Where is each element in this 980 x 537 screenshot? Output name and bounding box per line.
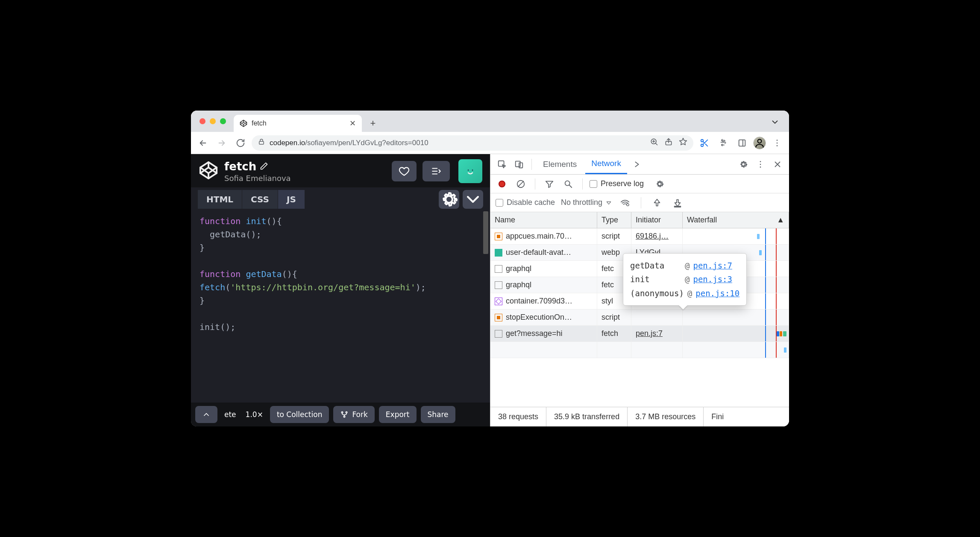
tab-elements[interactable]: Elements — [537, 155, 583, 174]
status-transferred: 35.9 kB transferred — [546, 407, 628, 426]
export-har-icon[interactable] — [670, 196, 685, 210]
zoom-level[interactable]: 1.0× — [243, 410, 266, 419]
stack-link[interactable]: pen.js:3 — [693, 272, 732, 286]
network-toolbar: Preserve log — [490, 175, 789, 193]
col-initiator[interactable]: Initiator — [631, 212, 683, 228]
preserve-log-checkbox[interactable]: Preserve log — [590, 179, 644, 188]
initiator-link[interactable]: 69186.j… — [636, 232, 669, 241]
editor-tabs: HTML CSS JS — [191, 187, 490, 209]
code-editor[interactable]: function init(){ getData(); } function g… — [191, 209, 490, 403]
edit-title-icon[interactable] — [260, 160, 268, 173]
image-file-icon — [495, 249, 502, 257]
inspect-element-icon[interactable] — [495, 157, 509, 172]
profile-avatar[interactable] — [753, 137, 766, 149]
svg-point-18 — [760, 161, 761, 162]
editor-settings-icon[interactable] — [439, 190, 459, 209]
scissors-icon[interactable] — [697, 135, 712, 151]
share-icon[interactable] — [664, 137, 673, 148]
svg-point-11 — [472, 169, 473, 171]
network-columns-header: Name Type Initiator Waterfall▲ — [490, 212, 789, 228]
like-button[interactable] — [392, 161, 417, 181]
reload-button[interactable] — [233, 135, 248, 151]
css-file-icon — [495, 298, 502, 305]
browser-tab[interactable]: fetch ✕ — [234, 115, 362, 132]
tab-strip: fetch ✕ + — [191, 111, 789, 132]
bookmark-icon[interactable] — [679, 137, 687, 148]
reading-list-icon[interactable] — [734, 135, 750, 151]
col-waterfall[interactable]: Waterfall▲ — [683, 212, 789, 228]
forward-button[interactable] — [214, 135, 229, 151]
network-conditions-icon[interactable] — [618, 196, 632, 210]
codepen-header: fetch Sofia Emelianova — [191, 154, 490, 187]
editor-scrollbar[interactable] — [483, 211, 488, 254]
address-bar[interactable]: codepen.io/sofiayem/pen/LYdGvLg?editors=… — [252, 135, 693, 151]
filter-icon[interactable] — [542, 177, 557, 191]
view-layout-button[interactable] — [423, 161, 450, 181]
disable-cache-checkbox[interactable]: Disable cache — [496, 198, 555, 207]
zoom-icon[interactable] — [650, 137, 658, 148]
minimize-window-button[interactable] — [210, 118, 216, 124]
footer-fragment: ete — [222, 410, 239, 419]
codepen-panel: fetch Sofia Emelianova HTML CSS JS — [191, 154, 490, 426]
new-tab-button[interactable]: + — [366, 117, 380, 130]
codepen-footer: ete 1.0× to Collection Fork Export Share — [191, 403, 490, 426]
col-name[interactable]: Name — [490, 212, 597, 228]
svg-point-6 — [758, 139, 762, 143]
device-toolbar-icon[interactable] — [512, 157, 526, 172]
svg-rect-15 — [499, 161, 504, 166]
tabs-overflow-icon[interactable] — [770, 117, 780, 128]
network-request-list: appcues.main.70… script 69186.j… user-de… — [490, 228, 789, 407]
network-row[interactable]: get?message=hi fetch pen.js:7 — [490, 326, 789, 342]
codepen-logo-icon[interactable] — [199, 161, 218, 182]
close-devtools-icon[interactable] — [770, 157, 785, 172]
devtools-settings-icon[interactable] — [736, 157, 751, 172]
editor-expand-icon[interactable] — [463, 190, 483, 209]
initiator-link[interactable]: pen.js:7 — [636, 329, 663, 338]
tab-title: fetch — [252, 120, 267, 127]
window-controls — [196, 111, 234, 132]
user-avatar[interactable] — [458, 159, 482, 183]
record-button[interactable] — [495, 177, 509, 191]
doc-file-icon — [495, 265, 502, 273]
network-status-bar: 38 requests 35.9 kB transferred 3.7 MB r… — [490, 407, 789, 426]
more-tabs-icon[interactable] — [630, 157, 644, 172]
import-har-icon[interactable] — [650, 196, 664, 210]
svg-point-20 — [760, 166, 761, 168]
url-text: codepen.io/sofiayem/pen/LYdGvLg?editors=… — [270, 139, 428, 147]
network-row[interactable]: appcues.main.70… script 69186.j… — [490, 228, 789, 245]
fork-button[interactable]: Fork — [333, 406, 374, 423]
search-icon[interactable] — [561, 177, 575, 191]
throttling-select[interactable]: No throttling — [561, 198, 612, 207]
status-requests: 38 requests — [490, 407, 546, 426]
col-type[interactable]: Type — [597, 212, 631, 228]
maximize-window-button[interactable] — [220, 118, 226, 124]
stack-link[interactable]: pen.js:10 — [695, 286, 739, 300]
tab-html[interactable]: HTML — [198, 190, 242, 209]
share-button[interactable]: Share — [421, 406, 455, 423]
browser-menu-icon[interactable] — [769, 135, 785, 151]
close-tab-icon[interactable]: ✕ — [349, 119, 356, 128]
network-settings-icon[interactable] — [652, 177, 667, 191]
svg-rect-0 — [259, 141, 264, 144]
console-toggle-button[interactable] — [195, 406, 217, 423]
extensions-icon[interactable] — [716, 135, 731, 151]
svg-rect-5 — [739, 140, 745, 146]
clear-button[interactable] — [513, 177, 528, 191]
network-row[interactable]: stopExecutionOn… script — [490, 309, 789, 326]
svg-point-9 — [777, 145, 778, 146]
tab-css[interactable]: CSS — [242, 190, 278, 209]
stack-link[interactable]: pen.js:7 — [693, 259, 732, 272]
export-button[interactable]: Export — [379, 406, 417, 423]
status-resources: 3.7 MB resources — [628, 407, 704, 426]
devtools-menu-icon[interactable] — [753, 157, 768, 172]
back-button[interactable] — [195, 135, 211, 151]
tab-network[interactable]: Network — [585, 155, 627, 174]
tab-js[interactable]: JS — [278, 190, 305, 209]
svg-point-22 — [565, 181, 570, 185]
svg-rect-17 — [519, 163, 522, 168]
browser-window: fetch ✕ + codepen.io/sofiayem/pen/LYdGvL… — [191, 111, 789, 426]
doc-file-icon — [495, 330, 502, 338]
close-window-button[interactable] — [200, 118, 205, 124]
codepen-favicon-icon — [240, 120, 247, 127]
add-to-collection-button[interactable]: to Collection — [270, 406, 329, 423]
